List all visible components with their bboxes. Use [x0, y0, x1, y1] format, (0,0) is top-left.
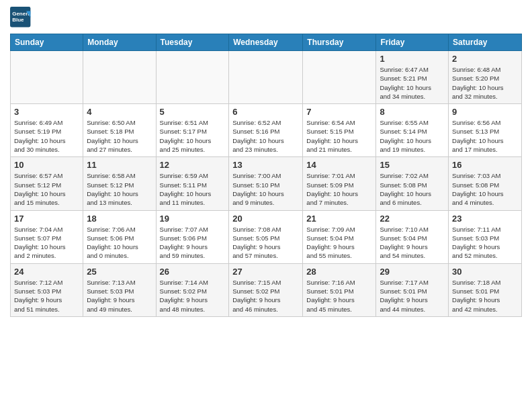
calendar-cell: 13Sunrise: 7:00 AMSunset: 5:10 PMDayligh… [229, 157, 303, 210]
day-number: 16 [452, 160, 518, 170]
day-header-wednesday: Wednesday [229, 34, 303, 51]
day-info: Sunrise: 7:16 AMSunset: 5:01 PMDaylight:… [306, 278, 372, 314]
calendar-cell: 7Sunrise: 6:54 AMSunset: 5:15 PMDaylight… [303, 104, 376, 157]
day-info: Sunrise: 7:08 AMSunset: 5:05 PMDaylight:… [232, 225, 299, 261]
calendar-cell: 15Sunrise: 7:02 AMSunset: 5:08 PMDayligh… [376, 157, 449, 210]
day-number: 15 [380, 160, 445, 170]
page-header: General Blue [10, 7, 522, 28]
day-number: 30 [452, 267, 518, 277]
day-info: Sunrise: 6:50 AMSunset: 5:18 PMDaylight:… [87, 118, 152, 154]
day-info: Sunrise: 7:01 AMSunset: 5:09 PMDaylight:… [306, 171, 372, 207]
day-info: Sunrise: 7:06 AMSunset: 5:06 PMDaylight:… [87, 225, 152, 261]
day-header-sunday: Sunday [11, 34, 83, 51]
day-info: Sunrise: 6:49 AMSunset: 5:19 PMDaylight:… [14, 118, 79, 154]
calendar-cell: 21Sunrise: 7:09 AMSunset: 5:04 PMDayligh… [303, 210, 376, 263]
day-number: 3 [14, 107, 79, 117]
day-info: Sunrise: 7:11 AMSunset: 5:03 PMDaylight:… [452, 225, 518, 261]
day-info: Sunrise: 7:00 AMSunset: 5:10 PMDaylight:… [232, 171, 299, 207]
day-number: 23 [452, 214, 518, 224]
calendar-cell: 17Sunrise: 7:04 AMSunset: 5:07 PMDayligh… [11, 210, 83, 263]
day-number: 13 [232, 160, 299, 170]
day-info: Sunrise: 7:15 AMSunset: 5:02 PMDaylight:… [232, 278, 299, 314]
calendar-cell: 11Sunrise: 6:58 AMSunset: 5:12 PMDayligh… [83, 157, 156, 210]
day-info: Sunrise: 6:48 AMSunset: 5:20 PMDaylight:… [452, 65, 518, 101]
day-info: Sunrise: 6:57 AMSunset: 5:12 PMDaylight:… [14, 171, 79, 207]
calendar-cell: 4Sunrise: 6:50 AMSunset: 5:18 PMDaylight… [83, 104, 156, 157]
day-info: Sunrise: 7:02 AMSunset: 5:08 PMDaylight:… [380, 171, 445, 207]
day-number: 9 [452, 107, 518, 117]
calendar-week-row: 24Sunrise: 7:12 AMSunset: 5:03 PMDayligh… [11, 263, 522, 316]
day-header-tuesday: Tuesday [156, 34, 229, 51]
calendar-cell: 27Sunrise: 7:15 AMSunset: 5:02 PMDayligh… [229, 263, 303, 316]
day-header-saturday: Saturday [449, 34, 522, 51]
calendar-week-row: 10Sunrise: 6:57 AMSunset: 5:12 PMDayligh… [11, 157, 522, 210]
day-info: Sunrise: 7:07 AMSunset: 5:06 PMDaylight:… [160, 225, 226, 261]
day-number: 1 [380, 54, 445, 64]
day-number: 6 [232, 107, 299, 117]
day-number: 21 [306, 214, 372, 224]
day-header-monday: Monday [83, 34, 156, 51]
day-number: 27 [232, 267, 299, 277]
calendar-cell: 18Sunrise: 7:06 AMSunset: 5:06 PMDayligh… [83, 210, 156, 263]
day-number: 24 [14, 267, 79, 277]
calendar-cell: 30Sunrise: 7:18 AMSunset: 5:01 PMDayligh… [449, 263, 522, 316]
calendar-table: SundayMondayTuesdayWednesdayThursdayFrid… [10, 34, 522, 317]
calendar-cell [229, 51, 303, 104]
calendar-cell: 14Sunrise: 7:01 AMSunset: 5:09 PMDayligh… [303, 157, 376, 210]
day-number: 17 [14, 214, 79, 224]
day-info: Sunrise: 7:04 AMSunset: 5:07 PMDaylight:… [14, 225, 79, 261]
day-number: 7 [306, 107, 372, 117]
day-info: Sunrise: 6:55 AMSunset: 5:14 PMDaylight:… [380, 118, 445, 154]
calendar-cell: 2Sunrise: 6:48 AMSunset: 5:20 PMDaylight… [449, 51, 522, 104]
calendar-cell [303, 51, 376, 104]
day-number: 12 [160, 160, 226, 170]
day-info: Sunrise: 7:14 AMSunset: 5:02 PMDaylight:… [160, 278, 226, 314]
day-info: Sunrise: 6:58 AMSunset: 5:12 PMDaylight:… [87, 171, 152, 207]
day-info: Sunrise: 7:18 AMSunset: 5:01 PMDaylight:… [452, 278, 518, 314]
calendar-header-row: SundayMondayTuesdayWednesdayThursdayFrid… [11, 34, 522, 51]
day-info: Sunrise: 7:13 AMSunset: 5:03 PMDaylight:… [87, 278, 152, 314]
day-number: 28 [306, 267, 372, 277]
calendar-cell: 25Sunrise: 7:13 AMSunset: 5:03 PMDayligh… [83, 263, 156, 316]
day-number: 11 [87, 160, 152, 170]
day-info: Sunrise: 6:51 AMSunset: 5:17 PMDaylight:… [160, 118, 226, 154]
calendar-cell: 6Sunrise: 6:52 AMSunset: 5:16 PMDaylight… [229, 104, 303, 157]
calendar-cell: 5Sunrise: 6:51 AMSunset: 5:17 PMDaylight… [156, 104, 229, 157]
day-number: 22 [380, 214, 445, 224]
calendar-cell [11, 51, 83, 104]
calendar-cell: 20Sunrise: 7:08 AMSunset: 5:05 PMDayligh… [229, 210, 303, 263]
calendar-cell: 1Sunrise: 6:47 AMSunset: 5:21 PMDaylight… [376, 51, 449, 104]
calendar-cell [156, 51, 229, 104]
calendar-week-row: 1Sunrise: 6:47 AMSunset: 5:21 PMDaylight… [11, 51, 522, 104]
day-info: Sunrise: 7:03 AMSunset: 5:08 PMDaylight:… [452, 171, 518, 207]
day-number: 5 [160, 107, 226, 117]
calendar-week-row: 3Sunrise: 6:49 AMSunset: 5:19 PMDaylight… [11, 104, 522, 157]
day-number: 2 [452, 54, 518, 64]
calendar-cell: 9Sunrise: 6:56 AMSunset: 5:13 PMDaylight… [449, 104, 522, 157]
calendar-cell: 12Sunrise: 6:59 AMSunset: 5:11 PMDayligh… [156, 157, 229, 210]
day-header-friday: Friday [376, 34, 449, 51]
calendar-cell: 24Sunrise: 7:12 AMSunset: 5:03 PMDayligh… [11, 263, 83, 316]
day-info: Sunrise: 7:12 AMSunset: 5:03 PMDaylight:… [14, 278, 79, 314]
logo-icon: General Blue [10, 7, 32, 28]
day-number: 29 [380, 267, 445, 277]
day-number: 26 [160, 267, 226, 277]
day-number: 25 [87, 267, 152, 277]
calendar-cell: 8Sunrise: 6:55 AMSunset: 5:14 PMDaylight… [376, 104, 449, 157]
calendar-cell [83, 51, 156, 104]
day-number: 14 [306, 160, 372, 170]
logo: General Blue [10, 7, 32, 28]
calendar-cell: 10Sunrise: 6:57 AMSunset: 5:12 PMDayligh… [11, 157, 83, 210]
day-info: Sunrise: 6:52 AMSunset: 5:16 PMDaylight:… [232, 118, 299, 154]
day-number: 18 [87, 214, 152, 224]
calendar-cell: 3Sunrise: 6:49 AMSunset: 5:19 PMDaylight… [11, 104, 83, 157]
day-info: Sunrise: 6:59 AMSunset: 5:11 PMDaylight:… [160, 171, 226, 207]
day-info: Sunrise: 6:54 AMSunset: 5:15 PMDaylight:… [306, 118, 372, 154]
calendar-week-row: 17Sunrise: 7:04 AMSunset: 5:07 PMDayligh… [11, 210, 522, 263]
day-number: 10 [14, 160, 79, 170]
day-number: 19 [160, 214, 226, 224]
svg-text:Blue: Blue [12, 17, 24, 23]
calendar-cell: 22Sunrise: 7:10 AMSunset: 5:04 PMDayligh… [376, 210, 449, 263]
day-info: Sunrise: 7:17 AMSunset: 5:01 PMDaylight:… [380, 278, 445, 314]
day-info: Sunrise: 7:10 AMSunset: 5:04 PMDaylight:… [380, 225, 445, 261]
